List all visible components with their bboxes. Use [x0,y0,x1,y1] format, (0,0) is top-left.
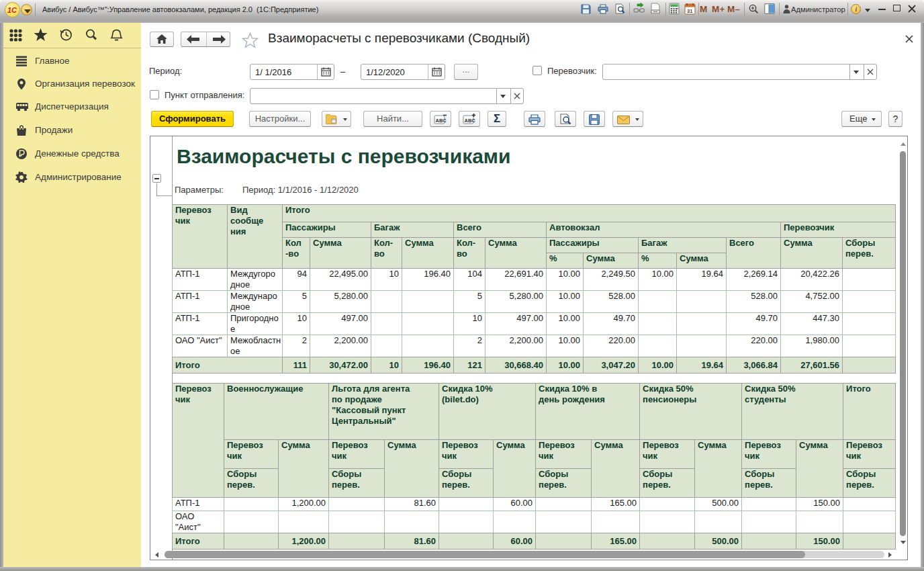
svg-text:ABC: ABC [436,118,447,124]
svg-text:31: 31 [687,8,692,14]
svg-text:ABC: ABC [465,118,476,124]
